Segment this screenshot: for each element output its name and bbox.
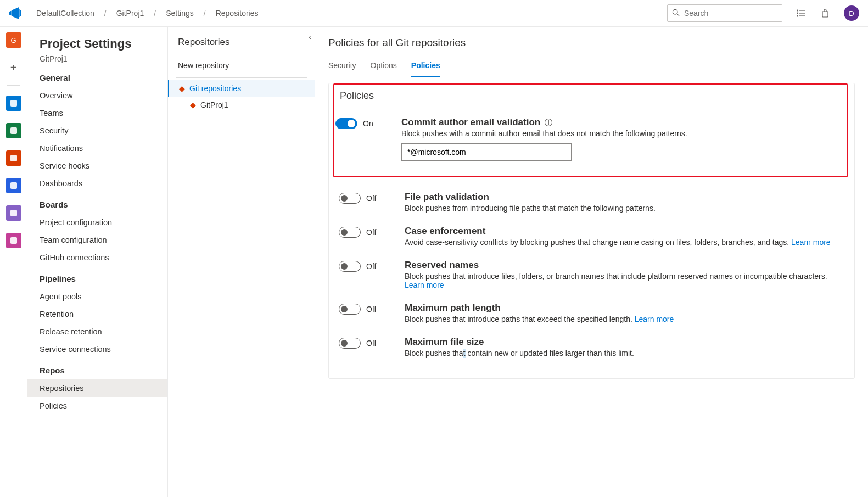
svg-rect-12 xyxy=(10,210,17,216)
search-box[interactable] xyxy=(667,4,782,22)
policy-title: Reserved names xyxy=(405,260,844,271)
policies-card-title: Policies xyxy=(335,90,839,102)
policy-description: Block pushes that introduce paths that e… xyxy=(405,315,844,323)
list-icon[interactable] xyxy=(796,8,807,19)
breadcrumb-item[interactable]: DefaultCollection xyxy=(33,7,98,20)
nav-item-release-retention[interactable]: Release retention xyxy=(27,323,167,340)
tab-policies[interactable]: Policies xyxy=(411,58,440,77)
project-name: GitProj1 xyxy=(40,54,167,63)
nav-item-overview[interactable]: Overview xyxy=(27,87,167,104)
toggle-state-label: Off xyxy=(366,194,376,203)
nav-item-policies[interactable]: Policies xyxy=(27,397,167,415)
git-repositories-node[interactable]: ◆ Git repositories xyxy=(168,80,315,97)
learn-more-link[interactable]: Learn more xyxy=(635,315,674,323)
breadcrumb: DefaultCollection / GitProj1 / Settings … xyxy=(33,7,262,20)
toggle-state-label: Off xyxy=(366,339,376,348)
breadcrumb-sep: / xyxy=(101,7,110,20)
rail-separator xyxy=(7,85,20,86)
policy-row: OnCommit author email validationiBlock p… xyxy=(335,109,839,166)
divider xyxy=(176,77,307,78)
policy-title: Maximum path length xyxy=(405,303,844,314)
marketplace-icon[interactable] xyxy=(820,8,831,19)
toggle-state-label: Off xyxy=(366,305,376,314)
svg-point-6 xyxy=(797,13,798,14)
overview-icon[interactable] xyxy=(6,96,21,111)
nav-item-team-configuration[interactable]: Team configuration xyxy=(27,231,167,249)
svg-rect-8 xyxy=(10,100,17,107)
policy-toggle[interactable] xyxy=(339,304,361,315)
policy-title: File path validation xyxy=(405,192,844,203)
pipelines-icon[interactable] xyxy=(6,178,21,193)
learn-more-link[interactable]: Learn more xyxy=(791,238,831,247)
policy-description: Block pushes with a commit author email … xyxy=(401,129,839,138)
policy-description: Block pushes that introduce files, folde… xyxy=(405,272,844,289)
azure-devops-logo-icon[interactable] xyxy=(9,7,22,20)
nav-item-notifications[interactable]: Notifications xyxy=(27,139,167,157)
learn-more-link[interactable]: Learn more xyxy=(405,281,444,289)
breadcrumb-item[interactable]: GitProj1 xyxy=(113,7,148,20)
svg-rect-10 xyxy=(10,155,17,161)
toggle-state-label: Off xyxy=(366,228,376,237)
svg-rect-11 xyxy=(10,182,17,189)
nav-item-teams[interactable]: Teams xyxy=(27,104,167,122)
email-pattern-input[interactable] xyxy=(401,143,572,161)
artifacts-icon[interactable] xyxy=(6,233,21,248)
nav-item-repositories[interactable]: Repositories xyxy=(27,379,167,397)
toggle-state-label: Off xyxy=(366,262,376,271)
nav-group-heading: Repos xyxy=(40,366,167,375)
breadcrumb-item[interactable]: Settings xyxy=(163,7,197,20)
git-icon: ◆ xyxy=(190,100,196,109)
nav-item-service-hooks[interactable]: Service hooks xyxy=(27,157,167,175)
policy-description: Block pushes that contain new or updated… xyxy=(405,349,844,358)
breadcrumb-item[interactable]: Repositories xyxy=(212,7,262,20)
page-title: Project Settings xyxy=(40,37,167,51)
policy-toggle[interactable] xyxy=(339,227,361,238)
repositories-heading: Repositories xyxy=(178,37,315,48)
add-icon[interactable]: + xyxy=(6,60,21,75)
new-repository-link[interactable]: New repository xyxy=(168,55,315,75)
nav-group-heading: Boards xyxy=(40,200,167,209)
search-input[interactable] xyxy=(683,8,781,18)
svg-point-7 xyxy=(797,15,798,16)
breadcrumb-sep: / xyxy=(200,7,209,20)
policy-row: OffCase enforcementAvoid case-sensitivit… xyxy=(339,218,844,252)
test-plans-icon[interactable] xyxy=(6,205,21,221)
policies-card: PoliciesOnCommit author email validation… xyxy=(328,83,855,379)
highlight-annotation: PoliciesOnCommit author email validation… xyxy=(333,83,848,177)
collapse-panel-icon[interactable]: ‹ xyxy=(309,32,311,41)
breadcrumb-sep: / xyxy=(150,7,159,20)
search-icon xyxy=(672,9,680,18)
top-bar: DefaultCollection / GitProj1 / Settings … xyxy=(0,0,868,27)
repository-node[interactable]: ◆ GitProj1 xyxy=(168,97,315,113)
policy-toggle[interactable] xyxy=(339,261,361,272)
policy-toggle[interactable] xyxy=(335,118,357,129)
nav-item-project-configuration[interactable]: Project configuration xyxy=(27,214,167,231)
nav-item-agent-pools[interactable]: Agent pools xyxy=(27,288,167,305)
policy-row: OffReserved namesBlock pushes that intro… xyxy=(339,252,844,295)
svg-point-5 xyxy=(797,10,798,11)
tab-security[interactable]: Security xyxy=(328,58,356,77)
nav-item-retention[interactable]: Retention xyxy=(27,305,167,323)
nav-item-security[interactable]: Security xyxy=(27,122,167,139)
repos-icon[interactable] xyxy=(6,150,21,166)
svg-rect-13 xyxy=(10,237,17,244)
svg-point-0 xyxy=(673,9,677,14)
policy-description: Block pushes from introducing file paths… xyxy=(405,204,844,213)
info-icon[interactable]: i xyxy=(545,119,552,126)
nav-item-github-connections[interactable]: GitHub connections xyxy=(27,249,167,266)
boards-icon[interactable] xyxy=(6,123,21,138)
node-label: Git repositories xyxy=(189,84,241,93)
policy-toggle[interactable] xyxy=(339,338,361,349)
policy-row: OffFile path validationBlock pushes from… xyxy=(339,184,844,218)
nav-item-dashboards[interactable]: Dashboards xyxy=(27,175,167,192)
svg-rect-9 xyxy=(10,127,17,134)
policy-toggle[interactable] xyxy=(339,193,361,204)
toggle-state-label: On xyxy=(363,119,373,128)
content-title: Policies for all Git repositories xyxy=(328,37,855,49)
tab-options[interactable]: Options xyxy=(371,58,397,77)
nav-group-heading: General xyxy=(40,73,167,82)
project-icon[interactable]: G xyxy=(6,32,21,48)
user-avatar[interactable]: D xyxy=(844,5,859,21)
nav-item-service-connections[interactable]: Service connections xyxy=(27,340,167,358)
policy-title: Commit author email validationi xyxy=(401,117,839,128)
